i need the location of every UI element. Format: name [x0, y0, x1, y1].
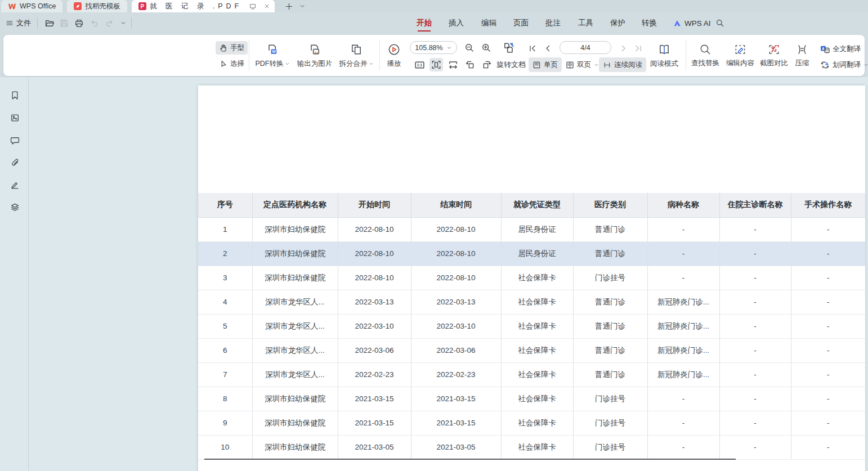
menu-home[interactable]: 开始 — [417, 12, 432, 34]
chevron-down-icon — [369, 61, 374, 66]
first-page-icon[interactable] — [527, 42, 538, 55]
table-cell: 普通门诊 — [573, 338, 647, 362]
quick-access-chevron-icon[interactable] — [117, 17, 129, 29]
fit-page-icon[interactable] — [429, 58, 443, 71]
new-tab-button[interactable] — [285, 0, 293, 12]
table-cell: 社会保障卡 — [501, 411, 573, 435]
export-image-button[interactable]: 输出为图片 — [293, 38, 336, 73]
redo-icon[interactable] — [103, 17, 115, 29]
table-cell: 社会保障卡 — [501, 387, 573, 411]
table-cell: - — [719, 362, 791, 387]
menu-convert[interactable]: 转换 — [642, 12, 657, 34]
table-cell: 新冠肺炎门诊... — [647, 314, 719, 338]
find-replace-label: 查找替换 — [691, 59, 719, 68]
single-page-button[interactable]: 单页 — [529, 57, 562, 72]
full-translate-button[interactable]: A 字 全文翻译 — [816, 42, 865, 56]
rotate-right-icon[interactable] — [480, 58, 494, 71]
next-page-icon[interactable] — [618, 42, 629, 55]
read-mode-icon — [657, 43, 671, 56]
zoom-out-icon[interactable] — [463, 41, 476, 55]
table-row: 1深圳市妇幼保健院2022-08-102022-08-10居民身份证普通门诊--… — [198, 217, 865, 241]
svg-text:A: A — [825, 61, 829, 66]
comment-icon[interactable] — [7, 133, 22, 147]
read-mode-label: 阅读模式 — [650, 59, 678, 69]
enter-projection-icon[interactable] — [249, 3, 257, 10]
edit-content-button[interactable]: 编辑内容 — [723, 38, 758, 73]
table-row: 6深圳市龙华区人...2022-03-062022-03-06社会保障卡普通门诊… — [198, 338, 865, 362]
screenshot-compare-button[interactable]: 截图对比 — [757, 38, 791, 73]
menu-comment[interactable]: 批注 — [545, 12, 561, 34]
table-cell: 8 — [198, 387, 252, 411]
menu-protect[interactable]: 保护 — [610, 12, 625, 34]
pdf-convert-button[interactable]: W PDF转换 — [252, 38, 293, 73]
swap-pages-icon[interactable] — [501, 40, 517, 56]
chevron-down-icon — [863, 62, 868, 68]
tab-wps-home[interactable]: WPS Office — [1, 0, 62, 12]
table-cell: - — [719, 435, 791, 459]
rotate-doc-label[interactable]: 旋转文档 — [496, 58, 526, 71]
split-merge-button[interactable]: 拆分合并 — [336, 38, 377, 73]
table-cell: - — [647, 266, 719, 290]
left-panel-rail — [0, 77, 29, 471]
previous-page-icon[interactable] — [542, 42, 553, 55]
compress-button[interactable]: 压缩 — [790, 38, 814, 73]
divider — [379, 40, 380, 71]
zoom-level-combo[interactable]: 105.88% — [410, 41, 457, 54]
table-cell: 6 — [198, 338, 252, 362]
open-file-icon[interactable] — [43, 17, 56, 29]
attachment-icon[interactable] — [7, 155, 22, 170]
select-tool-button[interactable]: 选择 — [216, 57, 248, 70]
last-page-icon[interactable] — [633, 42, 644, 55]
table-row: 5深圳市龙华区人...2022-03-102022-03-10社会保障卡普通门诊… — [198, 314, 865, 338]
hand-tool-button[interactable]: 手型 — [216, 41, 248, 55]
table-cell: 社会保障卡 — [501, 362, 573, 387]
table-cell: 居民身份证 — [501, 241, 573, 266]
double-page-button[interactable]: 双页 — [562, 57, 603, 72]
close-tab-icon[interactable] — [263, 3, 270, 10]
file-menu-button[interactable]: 文件 — [6, 12, 31, 34]
actual-size-icon[interactable]: 1:1 — [413, 58, 426, 71]
hand-icon — [219, 44, 227, 52]
global-search-icon[interactable] — [714, 17, 726, 29]
undo-icon[interactable] — [88, 17, 101, 29]
rotate-left-icon[interactable] — [463, 58, 477, 71]
tab-document-active[interactable]: P 就 医 记 录 .PDF — [132, 0, 275, 12]
pdf-convert-icon: W — [266, 43, 279, 56]
play-button[interactable]: 播放 — [382, 38, 406, 73]
page-number-input[interactable]: 4/4 — [560, 41, 611, 54]
double-page-label: 双页 — [577, 60, 591, 70]
menu-bar: 文件 开始 插入 编辑 页面 批注 工具 保护 转换 WPS AI — [0, 12, 868, 34]
menu-page[interactable]: 页面 — [513, 12, 529, 34]
continuous-read-button[interactable]: 连续阅读 — [599, 57, 646, 72]
print-icon[interactable] — [73, 17, 85, 29]
table-cell: - — [791, 387, 865, 411]
table-cell: - — [791, 338, 865, 362]
tab-list-chevron-icon[interactable] — [299, 0, 306, 12]
zoom-in-icon[interactable] — [480, 41, 493, 55]
table-cell: - — [719, 266, 791, 290]
table-cell: 深圳市妇幼保健院 — [252, 241, 338, 266]
wps-ai-label: WPS AI — [684, 19, 711, 28]
table-cell: 社会保障卡 — [501, 338, 573, 362]
table-cell: 普通门诊 — [573, 314, 647, 338]
read-mode-button[interactable]: 阅读模式 — [646, 38, 682, 73]
find-replace-button[interactable]: 查找替换 — [688, 38, 723, 73]
tab-docer-template[interactable]: 找稻壳模板 — [67, 0, 127, 12]
thumbnail-icon[interactable] — [7, 110, 22, 125]
bookmark-icon[interactable] — [7, 88, 22, 102]
menu-tools[interactable]: 工具 — [578, 12, 593, 34]
pdf-logo-icon: P — [138, 2, 146, 10]
signature-icon[interactable] — [7, 177, 22, 192]
menu-edit[interactable]: 编辑 — [481, 12, 496, 34]
save-icon[interactable] — [58, 17, 70, 29]
screenshot-compare-label: 截图对比 — [760, 59, 788, 68]
word-translate-button[interactable]: x A 划词翻译 — [816, 57, 868, 72]
wps-ai-logo-icon — [673, 19, 682, 27]
layers-icon[interactable] — [7, 200, 22, 214]
divider — [37, 17, 38, 29]
fit-width-icon[interactable] — [446, 58, 460, 71]
medical-records-table: 序号定点医药机构名称开始时间结束时间就诊凭证类型医疗类别病种名称住院主诊断名称手… — [198, 193, 865, 460]
menu-insert[interactable]: 插入 — [449, 12, 464, 34]
menu-wps-ai[interactable]: WPS AI — [673, 12, 711, 34]
table-cell: 普通门诊 — [573, 362, 647, 387]
